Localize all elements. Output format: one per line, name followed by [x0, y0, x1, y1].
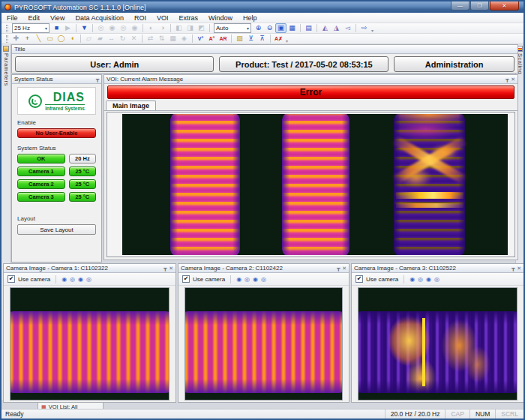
- user-enable-status-button[interactable]: No User-Enable: [17, 128, 96, 138]
- main-thermal-image[interactable]: [122, 114, 508, 255]
- menu-help[interactable]: Help: [238, 13, 262, 22]
- pin-icon[interactable]: ┳: [337, 266, 340, 271]
- camera-offset-icon[interactable]: ◎: [418, 276, 423, 283]
- status-ok-button[interactable]: OK: [17, 154, 65, 164]
- acquire-icon-2[interactable]: ◉: [106, 23, 118, 33]
- close-icon[interactable]: ✕: [511, 76, 515, 82]
- camera-offset2-icon[interactable]: ◎: [261, 276, 266, 283]
- administration-button[interactable]: Administration: [394, 56, 514, 72]
- close-icon[interactable]: ✕: [517, 266, 521, 271]
- draw-ellipse-icon[interactable]: ◯: [56, 34, 67, 44]
- voi-values-icon[interactable]: V°: [195, 34, 206, 44]
- rotate-icon[interactable]: ↻: [117, 34, 128, 44]
- camera-gain-icon[interactable]: ◉: [236, 276, 242, 283]
- draw-polygon-icon[interactable]: ◖: [67, 34, 78, 44]
- toolbar-grip[interactable]: [6, 25, 8, 32]
- menu-edit[interactable]: Edit: [23, 13, 46, 22]
- pin-icon[interactable]: ┳: [96, 76, 99, 82]
- reference-icon-1[interactable]: ◧: [173, 23, 184, 33]
- user-button[interactable]: User: Admin: [15, 56, 214, 72]
- camera3-thermal-image[interactable]: [358, 287, 518, 400]
- mirror-v-icon[interactable]: ⇅: [156, 34, 167, 44]
- lock-icon[interactable]: ◈: [178, 34, 190, 44]
- camera-offset2-icon[interactable]: ◎: [86, 276, 92, 283]
- sidebar-tab-parameters[interactable]: Parameters: [2, 44, 10, 86]
- camera-gain2-icon[interactable]: ◉: [78, 276, 83, 283]
- menu-extras[interactable]: Extras: [173, 13, 203, 22]
- camera-offset-icon[interactable]: ◎: [244, 276, 250, 283]
- status-camera1-button[interactable]: Camera 1: [17, 166, 65, 176]
- iso-view-icon-1[interactable]: ◭: [320, 23, 331, 33]
- iso-view-icon-3[interactable]: ◅: [342, 23, 353, 33]
- add-point-icon[interactable]: +: [22, 34, 33, 44]
- assign-voi-icon[interactable]: ⊻: [245, 34, 256, 44]
- status-camera1-temp[interactable]: 25 °C: [69, 166, 96, 176]
- draw-rect-icon[interactable]: ▭: [44, 34, 56, 44]
- camera-offset2-icon[interactable]: ◎: [434, 276, 440, 283]
- full-image-icon[interactable]: ▦: [286, 23, 298, 33]
- status-frequency-button[interactable]: 20 Hz: [69, 154, 96, 164]
- reference-icon-3[interactable]: ◩: [196, 23, 207, 33]
- camera-gain-icon[interactable]: ◉: [410, 276, 415, 283]
- menu-data-acquisition[interactable]: Data Acquisition: [70, 13, 129, 22]
- toolbar-overflow-icon[interactable]: ▾: [286, 38, 288, 44]
- acquire-icon-4[interactable]: ◉: [129, 23, 140, 33]
- status-camera2-temp[interactable]: 25 °C: [69, 179, 96, 189]
- zoom-mode-combo[interactable]: Auto▾: [214, 23, 251, 33]
- stop-icon[interactable]: ■: [51, 23, 62, 33]
- save-layout-button[interactable]: Save Layout: [17, 224, 96, 235]
- menu-view[interactable]: View: [45, 13, 70, 22]
- menu-file[interactable]: File: [2, 13, 23, 22]
- copy-icon[interactable]: ▱: [83, 34, 94, 44]
- menu-roi[interactable]: ROI: [129, 13, 152, 22]
- toolbar-grip[interactable]: [6, 35, 8, 43]
- clear-assign-icon[interactable]: A✗: [273, 34, 284, 44]
- camera-offset-icon[interactable]: ◎: [70, 276, 75, 283]
- status-camera3-temp[interactable]: 25 °C: [69, 192, 96, 202]
- maximize-button[interactable]: ❐: [470, 2, 489, 10]
- camera-gain-icon[interactable]: ◉: [62, 276, 67, 283]
- close-icon[interactable]: ✕: [169, 266, 173, 271]
- toolbar-overflow-icon[interactable]: ▾: [371, 28, 374, 33]
- palette-icon[interactable]: ▨: [234, 34, 245, 44]
- minimize-button[interactable]: —: [451, 2, 470, 10]
- acquire-icon-1[interactable]: ◎: [95, 23, 106, 33]
- pin-icon[interactable]: ┳: [164, 266, 166, 271]
- play-icon[interactable]: ▶: [62, 23, 74, 33]
- assign-roi-icon[interactable]: ⊼: [256, 34, 268, 44]
- product-button[interactable]: Product: Test / 2017-05-02 08:53:15: [219, 56, 388, 72]
- use-camera-checkbox[interactable]: ✔: [8, 275, 15, 283]
- correction-icon-1[interactable]: ◐: [146, 23, 157, 33]
- snap-icon[interactable]: ▦: [167, 34, 178, 44]
- iso-view-icon-2[interactable]: ◮: [331, 23, 342, 33]
- tile-view-icon[interactable]: ▤: [303, 23, 314, 33]
- status-camera2-button[interactable]: Camera 2: [17, 179, 65, 189]
- tab-main-image[interactable]: Main Image: [106, 100, 156, 110]
- fit-window-icon[interactable]: ▣: [275, 23, 286, 33]
- mirror-h-icon[interactable]: ⇄: [145, 34, 156, 44]
- move-icon[interactable]: ↔: [106, 34, 117, 44]
- camera-gain2-icon[interactable]: ◉: [426, 276, 431, 283]
- correction-icon-2[interactable]: ◑: [157, 23, 168, 33]
- roi-area-icon[interactable]: AR: [218, 34, 229, 44]
- use-camera-checkbox[interactable]: ✔: [356, 275, 363, 283]
- select-icon[interactable]: ✛: [10, 34, 22, 44]
- draw-line-icon[interactable]: ╲: [33, 34, 44, 44]
- export-icon[interactable]: ⇨: [358, 23, 370, 33]
- status-camera3-button[interactable]: Camera 3: [17, 192, 65, 202]
- paste-icon[interactable]: ▰: [94, 34, 106, 44]
- camera2-thermal-image[interactable]: [184, 287, 343, 400]
- frequency-combo[interactable]: 25 Hz▾: [12, 23, 50, 33]
- zoom-in-icon[interactable]: ⊕: [253, 23, 264, 33]
- acquire-icon-3[interactable]: ◎: [118, 23, 129, 33]
- pin-icon[interactable]: ┳: [506, 76, 508, 82]
- reference-icon-2[interactable]: ◨: [184, 23, 196, 33]
- filter-icon[interactable]: ▼: [79, 23, 90, 33]
- menu-voi[interactable]: VOI: [152, 13, 174, 22]
- close-icon[interactable]: ✕: [342, 266, 346, 271]
- pin-icon[interactable]: ┳: [512, 266, 514, 271]
- camera1-thermal-image[interactable]: [10, 287, 170, 400]
- zoom-out-icon[interactable]: ⊖: [264, 23, 275, 33]
- use-camera-checkbox[interactable]: ✔: [182, 275, 190, 283]
- camera-gain2-icon[interactable]: ◉: [253, 276, 258, 283]
